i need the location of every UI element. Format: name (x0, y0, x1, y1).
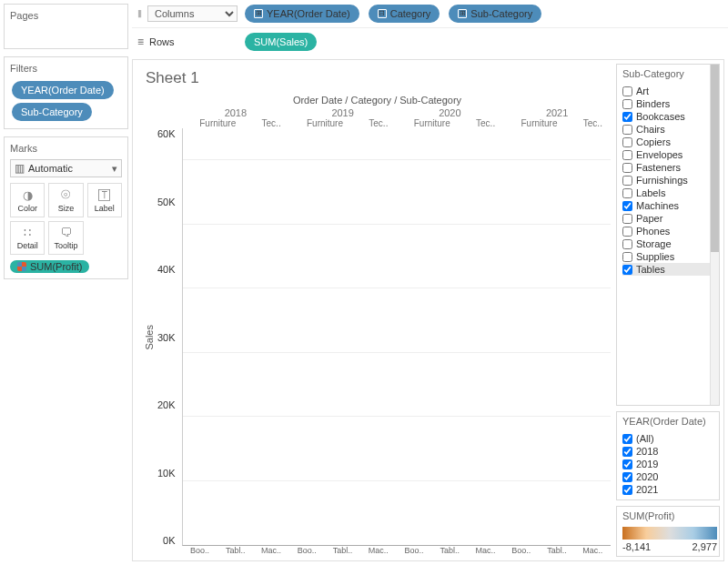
subcat-art[interactable]: Art (622, 85, 717, 97)
subcat-chairs[interactable]: Chairs (622, 123, 717, 136)
subcat-supplies[interactable]: Supplies (622, 250, 717, 263)
scrollbar[interactable] (710, 65, 719, 405)
subcat-copiers[interactable]: Copiers (622, 136, 717, 148)
mark-size[interactable]: ⦾Size (48, 183, 83, 217)
x-axis-labels: Boo..Tabl..Mac..Boo..Tabl..Mac..Boo..Tab… (182, 546, 611, 555)
chart-area[interactable] (182, 128, 611, 546)
filters-panel: Filters YEAR(Order Date) Sub-Category (4, 56, 128, 129)
detail-icon: ∷ (24, 226, 31, 239)
rows-shelf[interactable]: ≡Rows SUM(Sales) (132, 28, 728, 55)
mark-type-select[interactable]: ▥ Automatic ▾ (10, 159, 122, 177)
subcat-machines[interactable]: Machines (622, 199, 717, 212)
bar-icon: ▥ (15, 162, 25, 175)
subcat-fasteners[interactable]: Fasteners (622, 161, 717, 174)
year-2018[interactable]: 2018 (622, 445, 717, 458)
marks-title: Marks (10, 143, 122, 154)
color-icon: ◑ (23, 188, 33, 202)
subcat-paper[interactable]: Paper (622, 212, 717, 225)
y-axis-ticks: 60K50K40K30K20K10K0K (155, 128, 178, 546)
subcat-envelopes[interactable]: Envelopes (622, 148, 717, 161)
sheet-title: Sheet 1 (146, 69, 611, 87)
subcat-bookcases[interactable]: Bookcases (622, 110, 717, 123)
size-icon: ⦾ (61, 187, 70, 202)
columns-shelf[interactable]: ⦀ Columns ⊞YEAR(Order Date) ⊟Category ⊞S… (132, 0, 728, 28)
tooltip-icon: 🗨 (60, 226, 72, 239)
worksheet: Sheet 1 Order Date / Category / Sub-Cate… (133, 60, 616, 560)
subcat-labels[interactable]: Labels (622, 187, 717, 199)
year-2019[interactable]: 2019 (622, 458, 717, 470)
year-filter-card: YEAR(Order Date) (All)2018201920202021 (616, 411, 720, 500)
subcat-phones[interactable]: Phones (622, 225, 717, 237)
pages-panel: Pages (4, 4, 128, 49)
filter-pill-year[interactable]: YEAR(Order Date) (12, 81, 114, 99)
year-2021[interactable]: 2021 (622, 483, 717, 496)
col-pill-subcat[interactable]: ⊞Sub-Category (449, 5, 541, 23)
subcat-tables[interactable]: Tables (622, 263, 717, 276)
marks-panel: Marks ▥ Automatic ▾ ◑Color ⦾Size 🅃Label … (4, 136, 128, 279)
chevron-down-icon: ▾ (112, 163, 117, 175)
label-icon: 🅃 (98, 188, 110, 202)
mark-color[interactable]: ◑Color (10, 183, 45, 217)
y-axis-title: Sales (144, 325, 155, 350)
columns-icon: ⦀ (137, 7, 142, 20)
row-pill-sales[interactable]: SUM(Sales) (245, 33, 317, 51)
mark-tooltip[interactable]: 🗨Tooltip (48, 221, 83, 255)
legend-gradient (622, 527, 717, 540)
subcategory-filter-card: Sub-Category ArtBindersBookcasesChairsCo… (616, 64, 720, 406)
color-encoding-icon (17, 262, 26, 271)
columns-select[interactable]: Columns (147, 5, 238, 22)
expand-icon: ⊞ (458, 9, 467, 18)
expand-icon: ⊞ (254, 9, 263, 18)
rows-icon: ≡ (137, 35, 144, 48)
color-legend: SUM(Profit) -8,1412,977 (616, 506, 720, 557)
filter-pill-subcat[interactable]: Sub-Category (12, 103, 92, 121)
year-(All)[interactable]: (All) (622, 432, 717, 445)
col-pill-year[interactable]: ⊞YEAR(Order Date) (245, 5, 359, 23)
chart-header: Order Date / Category / Sub-Category (144, 95, 611, 106)
subcat-binders[interactable]: Binders (622, 97, 717, 110)
col-pill-category[interactable]: ⊟Category (369, 5, 440, 23)
mark-label[interactable]: 🅃Label (87, 183, 122, 217)
mark-encoding-profit[interactable]: SUM(Profit) (10, 260, 89, 273)
mark-detail[interactable]: ∷Detail (10, 221, 45, 255)
subcat-storage[interactable]: Storage (622, 237, 717, 250)
collapse-icon: ⊟ (378, 9, 387, 18)
pages-title: Pages (10, 10, 122, 21)
year-2020[interactable]: 2020 (622, 470, 717, 483)
filters-title: Filters (10, 63, 122, 74)
subcat-furnishings[interactable]: Furnishings (622, 174, 717, 187)
